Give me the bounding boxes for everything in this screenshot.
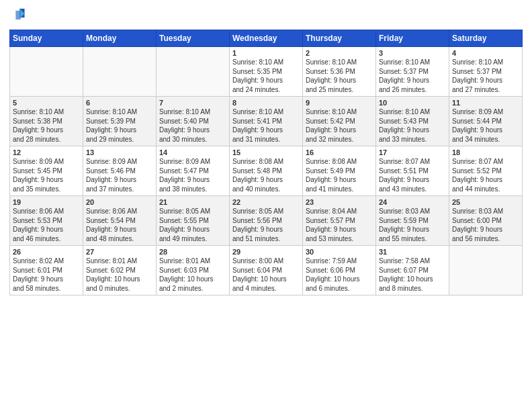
day-number: 6: [86, 99, 153, 107]
day-info: Sunrise: 8:10 AM Sunset: 5:40 PM Dayligh…: [159, 107, 226, 144]
day-info: Sunrise: 8:07 AM Sunset: 5:51 PM Dayligh…: [379, 157, 446, 193]
calendar-cell: 23Sunrise: 8:04 AM Sunset: 5:57 PM Dayli…: [303, 196, 376, 246]
day-number: 30: [306, 248, 373, 256]
calendar-cell: 26Sunrise: 8:02 AM Sunset: 6:01 PM Dayli…: [10, 246, 83, 295]
calendar-cell: 31Sunrise: 7:58 AM Sunset: 6:07 PM Dayli…: [376, 246, 449, 295]
day-info: Sunrise: 8:01 AM Sunset: 6:02 PM Dayligh…: [86, 257, 153, 293]
day-info: Sunrise: 8:08 AM Sunset: 5:48 PM Dayligh…: [232, 157, 300, 193]
day-info: Sunrise: 8:05 AM Sunset: 5:55 PM Dayligh…: [159, 207, 226, 243]
day-number: 27: [86, 248, 153, 256]
calendar-cell: 30Sunrise: 7:59 AM Sunset: 6:06 PM Dayli…: [303, 246, 376, 295]
day-info: Sunrise: 8:09 AM Sunset: 5:45 PM Dayligh…: [13, 157, 80, 193]
day-number: 11: [452, 99, 519, 107]
day-info: Sunrise: 8:10 AM Sunset: 5:42 PM Dayligh…: [306, 107, 373, 144]
day-info: Sunrise: 8:10 AM Sunset: 5:43 PM Dayligh…: [379, 107, 446, 144]
week-row-1: 1Sunrise: 8:10 AM Sunset: 5:35 PM Daylig…: [10, 47, 523, 97]
day-number: 22: [232, 198, 300, 206]
calendar-cell: 14Sunrise: 8:09 AM Sunset: 5:47 PM Dayli…: [157, 146, 230, 196]
day-info: Sunrise: 8:02 AM Sunset: 6:01 PM Dayligh…: [13, 257, 80, 293]
day-number: 29: [232, 248, 300, 256]
day-number: 15: [232, 148, 300, 156]
day-info: Sunrise: 8:10 AM Sunset: 5:37 PM Dayligh…: [452, 58, 519, 94]
day-info: Sunrise: 8:10 AM Sunset: 5:35 PM Dayligh…: [232, 58, 300, 94]
day-number: 16: [306, 148, 373, 156]
day-number: 28: [159, 248, 226, 256]
day-number: 25: [452, 198, 519, 206]
day-number: 12: [13, 148, 80, 156]
day-info: Sunrise: 8:10 AM Sunset: 5:41 PM Dayligh…: [232, 107, 300, 144]
calendar-cell: 2Sunrise: 8:10 AM Sunset: 5:36 PM Daylig…: [303, 47, 376, 97]
calendar-cell: 8Sunrise: 8:10 AM Sunset: 5:41 PM Daylig…: [230, 97, 303, 146]
day-number: 13: [86, 148, 153, 156]
day-info: Sunrise: 8:10 AM Sunset: 5:38 PM Dayligh…: [13, 107, 80, 144]
calendar-cell: 15Sunrise: 8:08 AM Sunset: 5:48 PM Dayli…: [230, 146, 303, 196]
day-number: 20: [86, 198, 153, 206]
calendar-cell: 3Sunrise: 8:10 AM Sunset: 5:37 PM Daylig…: [376, 47, 449, 97]
weekday-header-tuesday: Tuesday: [157, 30, 230, 47]
calendar-cell: 18Sunrise: 8:07 AM Sunset: 5:52 PM Dayli…: [449, 146, 523, 196]
day-number: 3: [379, 49, 446, 57]
day-info: Sunrise: 7:59 AM Sunset: 6:06 PM Dayligh…: [306, 257, 373, 293]
calendar-table: SundayMondayTuesdayWednesdayThursdayFrid…: [9, 30, 523, 295]
day-number: 7: [159, 99, 226, 107]
day-info: Sunrise: 8:05 AM Sunset: 5:56 PM Dayligh…: [232, 207, 300, 243]
weekday-header-thursday: Thursday: [303, 30, 376, 47]
logo-icon: [11, 7, 26, 21]
day-info: Sunrise: 8:00 AM Sunset: 6:04 PM Dayligh…: [232, 257, 300, 293]
weekday-header-friday: Friday: [376, 30, 449, 47]
day-number: 1: [232, 49, 300, 57]
calendar-cell: 25Sunrise: 8:03 AM Sunset: 6:00 PM Dayli…: [449, 196, 523, 246]
svg-marker-2: [15, 11, 20, 19]
calendar-cell: 17Sunrise: 8:07 AM Sunset: 5:51 PM Dayli…: [376, 146, 449, 196]
day-number: 14: [159, 148, 226, 156]
day-info: Sunrise: 8:03 AM Sunset: 5:59 PM Dayligh…: [379, 207, 446, 243]
day-info: Sunrise: 8:09 AM Sunset: 5:47 PM Dayligh…: [159, 157, 226, 193]
day-info: Sunrise: 8:09 AM Sunset: 5:46 PM Dayligh…: [86, 157, 153, 193]
day-info: Sunrise: 8:01 AM Sunset: 6:03 PM Dayligh…: [159, 257, 226, 293]
day-number: 26: [13, 248, 80, 256]
day-info: Sunrise: 8:10 AM Sunset: 5:39 PM Dayligh…: [86, 107, 153, 144]
calendar-cell: 9Sunrise: 8:10 AM Sunset: 5:42 PM Daylig…: [303, 97, 376, 146]
week-row-2: 5Sunrise: 8:10 AM Sunset: 5:38 PM Daylig…: [10, 97, 523, 146]
day-number: 4: [452, 49, 519, 57]
day-info: Sunrise: 8:06 AM Sunset: 5:53 PM Dayligh…: [13, 207, 80, 243]
calendar-cell: [83, 47, 157, 97]
calendar-cell: [10, 47, 83, 97]
calendar-cell: 16Sunrise: 8:08 AM Sunset: 5:49 PM Dayli…: [303, 146, 376, 196]
day-number: 17: [379, 148, 446, 156]
calendar-cell: 22Sunrise: 8:05 AM Sunset: 5:56 PM Dayli…: [230, 196, 303, 246]
day-info: Sunrise: 8:08 AM Sunset: 5:49 PM Dayligh…: [306, 157, 373, 193]
calendar-cell: 5Sunrise: 8:10 AM Sunset: 5:38 PM Daylig…: [10, 97, 83, 146]
week-row-4: 19Sunrise: 8:06 AM Sunset: 5:53 PM Dayli…: [10, 196, 523, 246]
day-info: Sunrise: 8:09 AM Sunset: 5:44 PM Dayligh…: [452, 107, 519, 144]
weekday-header-wednesday: Wednesday: [230, 30, 303, 47]
day-info: Sunrise: 8:04 AM Sunset: 5:57 PM Dayligh…: [306, 207, 373, 243]
day-info: Sunrise: 8:10 AM Sunset: 5:37 PM Dayligh…: [379, 58, 446, 94]
week-row-3: 12Sunrise: 8:09 AM Sunset: 5:45 PM Dayli…: [10, 146, 523, 196]
day-number: 23: [306, 198, 373, 206]
day-info: Sunrise: 8:10 AM Sunset: 5:36 PM Dayligh…: [306, 58, 373, 94]
day-number: 5: [13, 99, 80, 107]
calendar-cell: 12Sunrise: 8:09 AM Sunset: 5:45 PM Dayli…: [10, 146, 83, 196]
calendar-cell: 29Sunrise: 8:00 AM Sunset: 6:04 PM Dayli…: [230, 246, 303, 295]
day-info: Sunrise: 7:58 AM Sunset: 6:07 PM Dayligh…: [379, 257, 446, 293]
day-number: 2: [306, 49, 373, 57]
day-number: 31: [379, 248, 446, 256]
week-row-5: 26Sunrise: 8:02 AM Sunset: 6:01 PM Dayli…: [10, 246, 523, 295]
calendar-cell: [449, 246, 523, 295]
calendar-cell: 1Sunrise: 8:10 AM Sunset: 5:35 PM Daylig…: [230, 47, 303, 97]
calendar-cell: 10Sunrise: 8:10 AM Sunset: 5:43 PM Dayli…: [376, 97, 449, 146]
weekday-header-sunday: Sunday: [10, 30, 83, 47]
calendar-cell: 4Sunrise: 8:10 AM Sunset: 5:37 PM Daylig…: [449, 47, 523, 97]
calendar-cell: 19Sunrise: 8:06 AM Sunset: 5:53 PM Dayli…: [10, 196, 83, 246]
weekday-header-monday: Monday: [83, 30, 157, 47]
calendar-cell: [157, 47, 230, 97]
day-number: 10: [379, 99, 446, 107]
day-number: 8: [232, 99, 300, 107]
calendar-cell: 7Sunrise: 8:10 AM Sunset: 5:40 PM Daylig…: [157, 97, 230, 146]
day-info: Sunrise: 8:06 AM Sunset: 5:54 PM Dayligh…: [86, 207, 153, 243]
header: [9, 7, 523, 24]
page: SundayMondayTuesdayWednesdayThursdayFrid…: [0, 0, 532, 305]
day-info: Sunrise: 8:07 AM Sunset: 5:52 PM Dayligh…: [452, 157, 519, 193]
calendar-cell: 6Sunrise: 8:10 AM Sunset: 5:39 PM Daylig…: [83, 97, 157, 146]
